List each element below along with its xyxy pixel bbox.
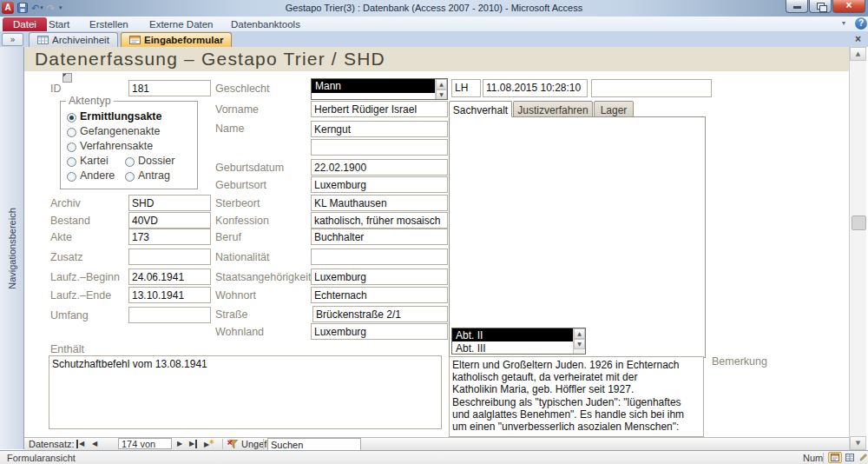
scroll-up-icon[interactable]: ▲ <box>436 79 447 89</box>
radio-antrag[interactable] <box>125 172 135 182</box>
field-akte[interactable]: 173 <box>128 229 211 245</box>
field-nationalitaet[interactable] <box>311 249 448 265</box>
label-wohnland: Wohnland <box>215 326 264 338</box>
geschlecht-scrollbar[interactable]: ▲ ▼ <box>435 79 447 99</box>
help-icon[interactable]: ? <box>855 17 867 30</box>
radio-label-andere[interactable]: Andere <box>80 169 115 182</box>
abteilung-option[interactable]: Abt. III <box>452 341 574 355</box>
label-laufz-beginn: Laufz.–Beginn <box>50 271 120 283</box>
last-record-button[interactable]: ▶ <box>189 440 197 448</box>
scrollbar-thumb[interactable] <box>852 215 866 230</box>
label-beruf: Beruf <box>215 231 241 243</box>
radio-ermittlungsakte[interactable] <box>67 113 76 123</box>
radio-label-verfahrensakte[interactable]: Verfahrensakte <box>80 140 153 152</box>
radio-verfahrensakte[interactable] <box>67 143 76 152</box>
label-geschlecht: Geschlecht <box>215 83 270 95</box>
label-enthaelt: Enthält <box>50 343 84 355</box>
first-record-button[interactable]: ◀ <box>76 440 84 448</box>
field-unbenannt[interactable] <box>311 139 448 156</box>
datasheet-icon <box>37 36 49 44</box>
radio-kartei[interactable] <box>67 157 76 167</box>
close-icon: × <box>845 0 852 11</box>
title-bar: A ↶▾ ↷ ▾ Gestapo Trier(3) : Datenbank (A… <box>0 0 868 17</box>
field-sterbeort[interactable]: KL Mauthausen <box>311 195 448 211</box>
form-vertical-scrollbar[interactable]: ▲ ▼ <box>849 47 866 450</box>
form-header: Datenerfassung – Gestapo Trier / SHD <box>24 47 849 72</box>
minimize-icon <box>793 6 801 9</box>
search-input[interactable] <box>267 438 361 451</box>
scroll-down-icon[interactable]: ▼ <box>436 89 447 100</box>
field-wohnort[interactable]: Echternach <box>311 287 448 303</box>
abteilung-option-selected[interactable]: Abt. II <box>452 328 574 341</box>
document-close-icon[interactable]: × <box>852 33 865 45</box>
field-id[interactable]: 181 <box>128 80 211 96</box>
form-view-button[interactable] <box>828 452 842 463</box>
scrollbar-up-icon[interactable]: ▲ <box>850 47 866 61</box>
new-record-button[interactable]: ▶* <box>204 440 214 449</box>
nav-pane-expand-button[interactable]: » <box>2 33 23 46</box>
ribbon-collapse-icon[interactable]: ▾ <box>842 19 845 27</box>
field-vorname[interactable]: Herbert Rüdiger Israel <box>311 101 448 117</box>
scroll-up-icon[interactable]: ▲ <box>574 328 585 339</box>
field-zusatz[interactable] <box>128 249 211 265</box>
label-geburtsdatum: Geburtsdatum <box>215 162 284 174</box>
design-view-icon <box>859 454 868 461</box>
field-laufz-beginn[interactable]: 24.06.1941 <box>128 268 211 285</box>
ribbon-tab-start[interactable]: Start <box>40 17 78 31</box>
field-beruf[interactable]: Buchhalter <box>311 229 448 245</box>
label-sterbeort: Sterbeort <box>215 197 260 209</box>
field-enthaelt[interactable]: Schutzhaftbefehl vom 13.08.1941 <box>49 355 442 429</box>
field-laufz-ende[interactable]: 13.10.1941 <box>128 287 211 303</box>
tab-eingabeformular[interactable]: Eingabeformular <box>121 32 232 47</box>
tab-justizverfahren[interactable]: Justizverfahren <box>513 101 593 117</box>
record-position[interactable]: 174 von 612 <box>118 438 172 449</box>
document-tab-bar: » Archiveinheit Eingabeformular × <box>0 31 868 47</box>
label-bestand: Bestand <box>50 215 90 227</box>
radio-dossier[interactable] <box>125 157 135 167</box>
scrollbar-down-icon[interactable]: ▼ <box>850 436 866 450</box>
previous-record-button[interactable]: ◀ <box>92 440 97 448</box>
navigation-pane-collapsed[interactable]: Navigationsbereich <box>0 47 24 449</box>
field-umfang[interactable] <box>128 307 211 323</box>
field-strasse[interactable]: Brückenstraße 2/1 <box>312 306 448 322</box>
field-lh[interactable]: LH <box>451 79 481 97</box>
ribbon-tab-externe-daten[interactable]: Externe Daten <box>141 17 222 31</box>
radio-gefangenenakte[interactable] <box>67 128 76 137</box>
radio-label-kartei[interactable]: Kartei <box>80 155 108 167</box>
record-selector[interactable] <box>62 73 72 83</box>
field-archiv[interactable]: SHD <box>128 195 211 211</box>
radio-label-dossier[interactable]: Dossier <box>138 155 174 167</box>
ribbon-tab-erstellen[interactable]: Erstellen <box>81 17 137 31</box>
radio-label-ermittlungsakte[interactable]: Ermittlungsakte <box>80 110 161 123</box>
restore-button[interactable] <box>809 0 832 13</box>
geschlecht-selected-option[interactable]: Mann <box>312 79 437 93</box>
field-bemerkung[interactable]: Eltern und Großeltern Juden. 1926 in Ech… <box>449 356 704 437</box>
next-record-button[interactable]: ▶ <box>177 440 182 448</box>
field-timestamp[interactable]: 11.08.2015 10:28:10 <box>483 79 588 97</box>
field-konfession[interactable]: katholisch, früher mosaisch <box>311 212 448 229</box>
ribbon-tab-datenbanktools[interactable]: Datenbanktools <box>222 17 309 31</box>
field-geburtsort[interactable]: Luxemburg <box>311 176 448 193</box>
field-wohnland[interactable]: Luxemburg <box>311 323 448 340</box>
radio-label-antrag[interactable]: Antrag <box>138 169 170 182</box>
abteilung-listbox[interactable]: Abt. II Abt. III ▲ ▼ <box>451 328 586 355</box>
scroll-down-icon[interactable]: ▼ <box>574 339 585 349</box>
field-bestand[interactable]: 40VD <box>128 212 211 229</box>
field-extra[interactable] <box>591 79 712 97</box>
field-staatsangehoerigkeit[interactable]: Luxemburg <box>311 268 448 285</box>
abteilung-scrollbar[interactable]: ▲ ▼ <box>573 328 585 354</box>
geschlecht-listbox[interactable]: Mann ▲ ▼ <box>311 78 448 100</box>
tab-sachverhalt[interactable]: Sachverhalt <box>449 101 512 117</box>
datasheet-view-button[interactable] <box>843 452 857 463</box>
field-geburtsdatum[interactable]: 22.02.1900 <box>311 159 448 176</box>
tab-archiveinheit[interactable]: Archiveinheit <box>29 32 118 47</box>
field-name[interactable]: Kerngut <box>311 121 448 137</box>
minimize-button[interactable] <box>786 0 808 13</box>
datasheet-view-icon <box>845 454 854 461</box>
radio-andere[interactable] <box>67 172 76 182</box>
tab-lager[interactable]: Lager <box>594 101 634 117</box>
new-record-star-icon: * <box>209 439 214 448</box>
close-button[interactable]: × <box>832 0 865 13</box>
radio-label-gefangenenakte[interactable]: Gefangenenakte <box>80 125 160 137</box>
design-view-button[interactable] <box>857 452 868 463</box>
